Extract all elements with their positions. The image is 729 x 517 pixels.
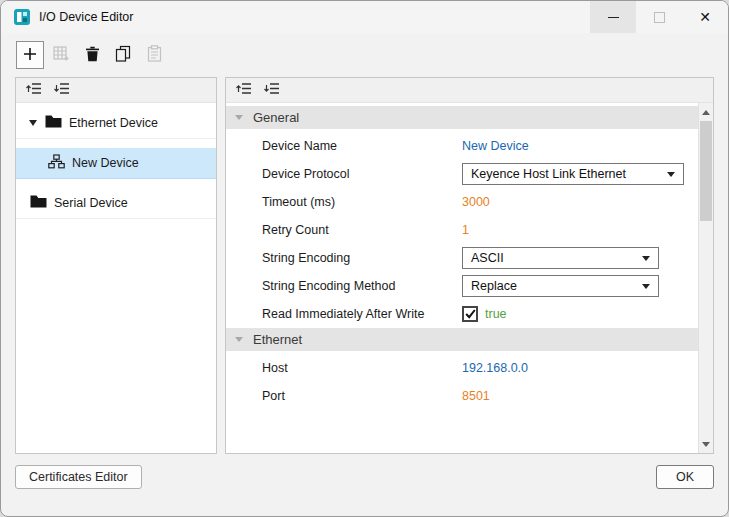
minimize-icon xyxy=(608,17,619,18)
dropdown-value: Keyence Host Link Ethernet xyxy=(471,167,626,181)
footer: Certificates Editor OK xyxy=(1,454,728,516)
string-encoding-method-dropdown[interactable]: Replace xyxy=(462,275,659,297)
paste-icon xyxy=(147,45,162,65)
property-label: Host xyxy=(262,361,462,375)
window-controls: ✕ xyxy=(590,1,728,33)
property-grid: General Device Name New Device Device Pr… xyxy=(226,103,698,453)
delete-button[interactable] xyxy=(78,41,106,69)
property-label: Port xyxy=(262,389,462,403)
tree-item-new-device[interactable]: New Device xyxy=(16,148,216,179)
expand-all-button[interactable] xyxy=(264,82,280,98)
group-header-ethernet[interactable]: Ethernet xyxy=(226,328,698,351)
io-device-editor-window: I/O Device Editor ✕ xyxy=(0,0,729,517)
device-protocol-dropdown[interactable]: Keyence Host Link Ethernet xyxy=(462,163,684,185)
tree-item-label: New Device xyxy=(72,156,139,170)
expand-all-icon xyxy=(264,82,280,98)
minimize-button[interactable] xyxy=(590,1,636,33)
scrollbar-thumb[interactable] xyxy=(700,121,712,221)
property-label: Device Name xyxy=(262,139,462,153)
property-label: String Encoding Method xyxy=(262,279,462,293)
scroll-down-icon[interactable] xyxy=(699,437,713,451)
property-label: Read Immediately After Write xyxy=(262,307,462,321)
add-table-button[interactable] xyxy=(47,41,75,69)
chevron-down-icon xyxy=(235,337,243,342)
host-value[interactable]: 192.168.0.0 xyxy=(462,361,528,375)
property-row-retry-count: Retry Count 1 xyxy=(226,216,698,244)
retry-count-value[interactable]: 1 xyxy=(462,223,469,237)
chevron-down-icon xyxy=(235,115,243,120)
copy-button[interactable] xyxy=(109,41,137,69)
folder-icon xyxy=(30,195,47,211)
delete-icon xyxy=(85,46,100,65)
device-tree-panel: Ethernet Device New Device Serial Device xyxy=(15,77,217,454)
property-row-device-protocol: Device Protocol Keyence Host Link Ethern… xyxy=(226,160,698,188)
titlebar: I/O Device Editor ✕ xyxy=(1,1,728,33)
folder-icon xyxy=(45,115,62,131)
property-row-read-immediately: Read Immediately After Write true xyxy=(226,300,698,328)
chevron-down-icon xyxy=(667,172,675,177)
dropdown-value: Replace xyxy=(471,279,517,293)
maximize-button[interactable] xyxy=(636,1,682,33)
checkbox-value: true xyxy=(485,307,507,321)
port-value[interactable]: 8501 xyxy=(462,389,490,403)
property-label: String Encoding xyxy=(262,251,462,265)
device-tree: Ethernet Device New Device Serial Device xyxy=(16,103,216,453)
chevron-down-icon[interactable] xyxy=(28,118,38,128)
certificates-editor-button[interactable]: Certificates Editor xyxy=(15,465,142,489)
add-icon xyxy=(22,46,38,65)
tree-item-label: Serial Device xyxy=(54,196,128,210)
main-area: Ethernet Device New Device Serial Device xyxy=(1,77,728,454)
property-label: Retry Count xyxy=(262,223,462,237)
property-label: Timeout (ms) xyxy=(262,195,462,209)
property-row-port: Port 8501 xyxy=(226,382,698,410)
tree-panel-toolbar xyxy=(16,78,216,103)
tree-item-ethernet-device[interactable]: Ethernet Device xyxy=(16,108,216,139)
paste-button[interactable] xyxy=(140,41,168,69)
scroll-up-icon[interactable] xyxy=(699,105,713,119)
property-panel: General Device Name New Device Device Pr… xyxy=(225,77,714,454)
close-icon: ✕ xyxy=(699,10,711,24)
device-name-value[interactable]: New Device xyxy=(462,139,529,153)
tree-item-label: Ethernet Device xyxy=(69,116,158,130)
add-device-button[interactable] xyxy=(16,41,44,69)
tree-item-serial-device[interactable]: Serial Device xyxy=(16,188,216,219)
chevron-down-icon xyxy=(642,256,650,261)
read-immediately-checkbox[interactable] xyxy=(462,306,478,322)
add-table-icon xyxy=(53,46,70,64)
timeout-value[interactable]: 3000 xyxy=(462,195,490,209)
maximize-icon xyxy=(654,12,665,23)
expand-all-button[interactable] xyxy=(54,82,70,98)
string-encoding-dropdown[interactable]: ASCII xyxy=(462,247,659,269)
group-header-general[interactable]: General xyxy=(226,106,698,129)
close-button[interactable]: ✕ xyxy=(682,1,728,33)
vertical-scrollbar[interactable] xyxy=(698,103,713,453)
ok-button[interactable]: OK xyxy=(656,465,714,489)
copy-icon xyxy=(115,45,131,65)
collapse-all-icon xyxy=(26,82,42,98)
dropdown-value: ASCII xyxy=(471,251,504,265)
expand-all-icon xyxy=(54,82,70,98)
window-title: I/O Device Editor xyxy=(39,10,133,24)
collapse-all-button[interactable] xyxy=(26,82,42,98)
property-row-device-name: Device Name New Device xyxy=(226,132,698,160)
app-icon xyxy=(14,9,30,25)
collapse-all-button[interactable] xyxy=(236,82,252,98)
property-row-timeout: Timeout (ms) 3000 xyxy=(226,188,698,216)
device-hierarchy-icon xyxy=(48,154,65,172)
group-label: Ethernet xyxy=(253,332,302,347)
property-row-host: Host 192.168.0.0 xyxy=(226,354,698,382)
property-row-string-encoding-method: String Encoding Method Replace xyxy=(226,272,698,300)
collapse-all-icon xyxy=(236,82,252,98)
group-label: General xyxy=(253,110,299,125)
main-toolbar xyxy=(1,33,728,77)
property-label: Device Protocol xyxy=(262,167,462,181)
chevron-down-icon xyxy=(642,284,650,289)
property-panel-toolbar xyxy=(226,78,713,103)
property-row-string-encoding: String Encoding ASCII xyxy=(226,244,698,272)
